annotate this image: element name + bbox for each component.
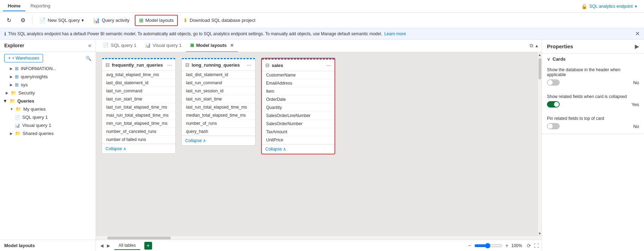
scroll-thumb	[538, 58, 541, 79]
zoom-minus-button[interactable]: −	[468, 243, 471, 249]
copy-icon[interactable]: ⧉	[530, 43, 533, 49]
tab-close-button[interactable]: ✕	[230, 43, 234, 48]
table-field: last_dist_statement_id	[182, 71, 255, 79]
tab-visual-query-1[interactable]: 📊 Visual query 1	[141, 39, 186, 52]
prop-show-related: Show related fields when card is collaps…	[542, 91, 644, 109]
sidebar-item-label: Security	[18, 90, 35, 96]
search-button[interactable]: 🔍	[86, 56, 91, 61]
fit-view-button[interactable]: ⛶	[534, 243, 539, 249]
table-menu-button[interactable]: ⋯	[326, 63, 331, 68]
properties-expand-button[interactable]: ▶	[635, 43, 639, 50]
sql-icon: 📄	[15, 115, 20, 120]
properties-section-header[interactable]: ∨ Cards	[542, 54, 644, 65]
table-title: sales	[272, 63, 324, 68]
sidebar-item-information[interactable]: ▶ ⊞ INFORMATION...	[0, 65, 96, 73]
sidebar-item-queryinsights[interactable]: ▶ ⊞ queryinsights	[0, 73, 96, 81]
visual-tab-icon: 📊	[145, 43, 151, 48]
zoom-reset-button[interactable]: ⟳	[527, 243, 531, 249]
sidebar-item-sys[interactable]: ▶ ⊞ sys	[0, 81, 96, 89]
query-activity-icon: 📊	[93, 17, 100, 24]
collapse-button[interactable]: Collapse ∧	[185, 138, 252, 143]
add-tab-button[interactable]: +	[144, 242, 152, 250]
table-field: last_run_session_id	[182, 87, 255, 95]
refresh-button[interactable]: ↻	[3, 15, 15, 26]
table-field: last_run_total_elapsed_time_ms	[182, 103, 255, 111]
table-field: OrderDate	[262, 96, 335, 104]
sidebar-title: Explorer	[4, 43, 24, 48]
zoom-slider[interactable]	[474, 243, 502, 249]
model-tab-icon: ⊞	[190, 43, 194, 48]
tab-sql-query-1[interactable]: 📄 SQL query 1	[99, 39, 141, 52]
table-field: last_run_total_elapsed_time_ms	[102, 103, 175, 111]
caret-icon: ▶	[10, 67, 13, 71]
canvas[interactable]: ⊟ frequently_run_queries ⋯ avg_total_ela…	[96, 52, 537, 235]
settings-icon: ⚙	[20, 17, 25, 24]
info-bar-close[interactable]: ✕	[635, 30, 640, 37]
table-field: number_of_runs	[182, 120, 255, 128]
sidebar-item-my-queries[interactable]: ▼ 📁 My queries	[0, 105, 96, 113]
tab-label: Visual query 1	[153, 43, 182, 48]
table-field: EmailAddress	[262, 79, 335, 87]
sidebar-item-shared-queries[interactable]: ▶ 📁 Shared queries	[0, 129, 96, 137]
scroll-up-icon[interactable]: ▲	[535, 43, 539, 48]
table-card-header: ⊟ frequently_run_queries ⋯	[102, 58, 175, 71]
table-field: CustomerName	[262, 71, 335, 79]
table-field: query_hash	[182, 128, 255, 136]
model-layouts-bottom-label: Model layouts	[4, 243, 35, 248]
table-menu-button[interactable]: ⋯	[247, 62, 252, 68]
toggle-pin-related[interactable]	[547, 123, 560, 129]
sidebar-item-sql-query-1[interactable]: 📄 SQL query 1	[0, 113, 96, 121]
table-menu-button[interactable]: ⋯	[167, 62, 172, 68]
endpoint-dropdown-icon[interactable]: ▾	[635, 4, 637, 9]
table-card-body: last_dist_statement_id last_run_command …	[182, 71, 255, 136]
nav-left-arrow[interactable]: ◀	[99, 243, 105, 249]
sidebar-item-visual-query-1[interactable]: 📊 Visual query 1	[0, 121, 96, 129]
toggle-show-related[interactable]	[547, 101, 560, 108]
tab-home[interactable]: Home	[3, 1, 25, 11]
add-icon: +	[8, 56, 11, 61]
table-field: number_of_canceled_runs	[102, 128, 175, 136]
collapse-button[interactable]: Collapse ∧	[106, 146, 172, 151]
download-sql-button[interactable]: ⬇ Download SQL database project	[179, 15, 259, 26]
sidebar-item-security[interactable]: ▶ 📁 Security	[0, 89, 96, 97]
sidebar-collapse-button[interactable]: «	[88, 42, 91, 49]
tab-reporting[interactable]: Reporting	[25, 1, 55, 11]
vertical-scrollbar[interactable]: ▲ ▼	[537, 52, 542, 235]
sidebar-section-queries[interactable]: ▼ 📁 Queries	[0, 97, 96, 105]
nav-right-arrow[interactable]: ▶	[106, 243, 112, 249]
prop-pin-related: Pin related fields to top of card No	[542, 113, 644, 131]
sql-tab-icon: 📄	[103, 43, 109, 48]
toggle-show-database[interactable]	[547, 79, 560, 86]
table-icon: ⊟	[265, 62, 270, 68]
sidebar-bottom-model-layouts[interactable]: Model layouts	[0, 240, 96, 251]
bottom-tab-all-tables[interactable]: All tables	[114, 241, 140, 250]
learn-more-link[interactable]: Learn more	[384, 31, 406, 36]
tab-model-layouts[interactable]: ⊞ Model layouts ✕	[186, 39, 238, 52]
properties-header: Properties ▶	[542, 39, 644, 54]
table-field: last_run_start_time	[102, 95, 175, 103]
folder-icon: 📁	[10, 98, 15, 104]
table-field: last_run_start_time	[182, 95, 255, 103]
prop-toggle-row: No	[547, 123, 639, 129]
sidebar-toolbar: + + Warehouses 🔍	[0, 52, 96, 65]
tab-label: SQL query 1	[111, 43, 137, 48]
dropdown-icon: ▾	[82, 18, 84, 23]
horizontal-scrollbar[interactable]	[96, 235, 542, 240]
db-icon: ⊞	[15, 66, 19, 71]
db-icon: ⊞	[15, 74, 19, 79]
query-activity-button[interactable]: 📊 Query activity	[89, 15, 133, 26]
table-field: UnitPrice	[262, 136, 335, 144]
caret-icon: ▶	[6, 91, 8, 95]
collapse-button[interactable]: Collapse ∧	[265, 147, 331, 152]
zoom-plus-button[interactable]: +	[505, 243, 508, 249]
endpoint-label[interactable]: SQL analytics endpoint	[589, 4, 633, 9]
download-sql-icon: ⬇	[183, 17, 188, 24]
sidebar-item-label: Visual query 1	[22, 123, 51, 128]
table-field: number of failed runs	[102, 136, 175, 144]
model-layouts-button[interactable]: ⊞ Model layouts	[135, 15, 178, 26]
table-card-header: ⊟ sales ⋯	[262, 59, 335, 71]
zoom-level: 100%	[511, 243, 524, 248]
add-warehouses-button[interactable]: + + Warehouses	[4, 54, 43, 62]
new-sql-query-button[interactable]: 📄 New SQL query ▾	[35, 15, 88, 26]
settings-button[interactable]: ⚙	[17, 15, 29, 26]
